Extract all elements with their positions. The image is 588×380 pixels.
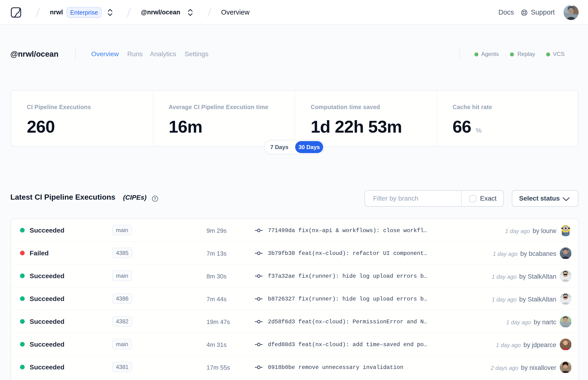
svg-text:?: ? (154, 197, 156, 201)
